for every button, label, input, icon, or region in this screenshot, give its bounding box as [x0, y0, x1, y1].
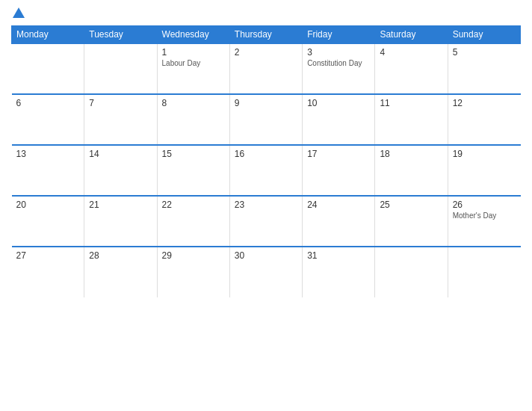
calendar-cell [448, 247, 520, 297]
holiday-label: Mother's Day [453, 211, 516, 220]
calendar-cell: 29 [157, 247, 229, 297]
day-number: 18 [380, 149, 442, 159]
calendar-table: MondayTuesdayWednesdayThursdayFridaySatu… [11, 25, 521, 297]
calendar-week-1: 1Labour Day23Constitution Day45 [12, 43, 521, 94]
day-number: 11 [380, 98, 442, 108]
calendar-cell [12, 43, 84, 94]
calendar-week-3: 13141516171819 [12, 145, 521, 196]
calendar-header-row: MondayTuesdayWednesdayThursdayFridaySatu… [12, 26, 521, 44]
calendar-cell: 28 [84, 247, 157, 297]
day-number: 5 [453, 47, 516, 58]
day-number: 3 [307, 47, 370, 58]
day-number: 10 [307, 98, 370, 108]
day-number: 14 [89, 149, 152, 159]
day-number: 29 [162, 250, 225, 261]
day-number: 24 [307, 200, 370, 210]
calendar-cell: 1Labour Day [157, 43, 229, 94]
calendar-cell: 20 [12, 196, 84, 247]
day-number: 19 [453, 149, 516, 159]
calendar-cell: 4 [375, 43, 448, 94]
day-number: 17 [307, 149, 370, 159]
day-number: 6 [16, 98, 80, 108]
header [11, 7, 521, 19]
calendar-cell [84, 43, 157, 94]
calendar-cell: 14 [84, 145, 157, 196]
calendar-week-4: 20212223242526Mother's Day [12, 196, 521, 247]
col-header-sunday: Sunday [448, 26, 520, 44]
calendar-cell: 21 [84, 196, 157, 247]
calendar-cell: 24 [303, 196, 375, 247]
day-number: 15 [162, 149, 225, 159]
day-number: 21 [89, 200, 152, 210]
day-number: 7 [89, 98, 152, 108]
calendar-cell: 8 [157, 94, 229, 145]
page: MondayTuesdayWednesdayThursdayFridaySatu… [0, 0, 532, 411]
day-number: 27 [16, 250, 80, 261]
day-number: 31 [307, 250, 370, 261]
calendar-cell: 5 [448, 43, 520, 94]
day-number: 20 [16, 200, 80, 210]
logo-triangle-icon [13, 7, 25, 18]
logo [11, 7, 25, 19]
calendar-cell: 15 [157, 145, 229, 196]
calendar-cell: 11 [375, 94, 448, 145]
day-number: 8 [162, 98, 225, 108]
calendar-cell: 13 [12, 145, 84, 196]
calendar-cell: 6 [12, 94, 84, 145]
calendar-cell: 9 [229, 94, 302, 145]
calendar-cell: 23 [229, 196, 302, 247]
holiday-label: Labour Day [162, 59, 225, 67]
day-number: 12 [453, 98, 516, 108]
day-number: 16 [235, 149, 297, 159]
calendar-cell [375, 247, 448, 297]
calendar-cell: 10 [303, 94, 375, 145]
col-header-saturday: Saturday [375, 26, 448, 44]
calendar-cell: 2 [229, 43, 302, 94]
calendar-cell: 12 [448, 94, 520, 145]
calendar-cell: 31 [303, 247, 375, 297]
day-number: 25 [380, 200, 442, 210]
calendar-cell: 16 [229, 145, 302, 196]
calendar-cell: 30 [229, 247, 302, 297]
col-header-thursday: Thursday [229, 26, 302, 44]
calendar-week-5: 2728293031 [12, 247, 521, 297]
day-number: 2 [235, 47, 297, 58]
day-number: 26 [453, 200, 516, 210]
day-number: 22 [162, 200, 225, 210]
col-header-monday: Monday [12, 26, 84, 44]
calendar-week-2: 6789101112 [12, 94, 521, 145]
day-number: 13 [16, 149, 80, 159]
day-number: 28 [89, 250, 152, 261]
calendar-cell: 3Constitution Day [303, 43, 375, 94]
holiday-label: Constitution Day [307, 59, 370, 67]
day-number: 23 [235, 200, 297, 210]
calendar-cell: 26Mother's Day [448, 196, 520, 247]
day-number: 30 [235, 250, 297, 261]
calendar-cell: 19 [448, 145, 520, 196]
day-number: 9 [235, 98, 297, 108]
calendar-cell: 22 [157, 196, 229, 247]
calendar-cell: 7 [84, 94, 157, 145]
calendar-cell: 18 [375, 145, 448, 196]
col-header-wednesday: Wednesday [157, 26, 229, 44]
calendar-cell: 17 [303, 145, 375, 196]
calendar-cell: 27 [12, 247, 84, 297]
day-number: 1 [162, 47, 225, 58]
col-header-tuesday: Tuesday [84, 26, 157, 44]
calendar-cell: 25 [375, 196, 448, 247]
day-number: 4 [380, 47, 442, 58]
col-header-friday: Friday [303, 26, 375, 44]
